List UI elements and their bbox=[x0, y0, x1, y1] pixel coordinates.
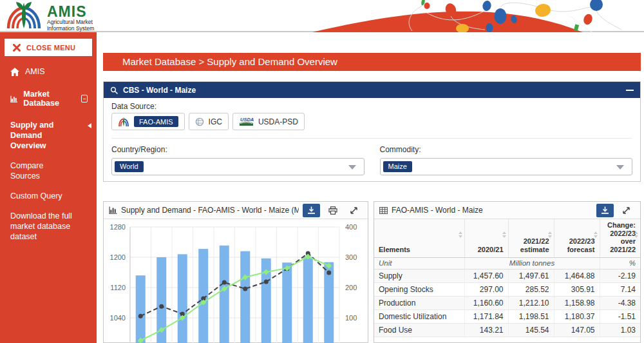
brand-text: AMIS Agricultural Market Information Sys… bbox=[47, 1, 94, 32]
chevron-down-icon bbox=[348, 165, 356, 170]
sidebar-item-amis[interactable]: AMIS bbox=[0, 67, 97, 76]
bar-chart-icon bbox=[10, 95, 17, 103]
table-icon bbox=[379, 207, 388, 214]
app-logo[interactable]: AMIS Agricultural Market Information Sys… bbox=[5, 1, 94, 32]
cell-value: 1,160.60 bbox=[464, 297, 508, 310]
svg-text:400: 400 bbox=[345, 223, 357, 231]
unit-row: Unit Million tonnes % bbox=[374, 258, 640, 270]
unit-value: Million tonnes bbox=[464, 258, 600, 270]
sidebar-item-market-database[interactable]: Market Database bbox=[0, 90, 97, 108]
unit-label: Unit bbox=[374, 258, 464, 270]
expand-button[interactable] bbox=[345, 204, 363, 217]
print-icon bbox=[328, 206, 337, 215]
search-icon bbox=[110, 86, 118, 94]
collapse-panel-icon[interactable] bbox=[626, 86, 634, 94]
brand-subtitle-line2: Information System bbox=[47, 26, 94, 32]
source-button-label: USDA-PSD bbox=[258, 117, 298, 126]
cell-value: 1,198.51 bbox=[508, 310, 554, 324]
filter-panel: CBS - World - Maize Data Source: FAO-AMI… bbox=[103, 81, 641, 182]
usda-logo-icon: USDA bbox=[239, 117, 254, 126]
cell-change: 1.03 bbox=[600, 324, 640, 337]
source-button-igc[interactable]: IGC bbox=[189, 113, 229, 130]
filter-panel-body: Data Source: FAO-AMIS IGC bbox=[104, 98, 640, 175]
expand-icon bbox=[622, 206, 630, 215]
column-header-2022-23-forecast[interactable]: 2022/23 forecast bbox=[554, 219, 600, 258]
column-header-change[interactable]: Change: 2022/23 over 2021/22 bbox=[600, 219, 640, 258]
cell-value: 1,457.60 bbox=[464, 270, 508, 283]
decorative-illustration bbox=[293, 0, 644, 32]
cell-element: Supply bbox=[374, 270, 464, 283]
download-button[interactable] bbox=[596, 204, 614, 217]
cell-element: Opening Stocks bbox=[374, 283, 464, 297]
cell-value: 1,171.84 bbox=[464, 310, 508, 324]
source-button-usda-psd[interactable]: USDA USDA-PSD bbox=[232, 113, 305, 130]
expand-icon bbox=[350, 206, 358, 215]
download-icon bbox=[307, 206, 316, 214]
top-header: AMIS Agricultural Market Information Sys… bbox=[0, 0, 644, 32]
svg-text:USDA: USDA bbox=[240, 117, 254, 122]
sidebar-item-compare-sources[interactable]: Compare Sources bbox=[0, 161, 97, 181]
close-menu-label: CLOSE MENU bbox=[26, 44, 75, 52]
commodity-group: Commodity: Maize bbox=[380, 145, 633, 175]
filter-panel-header: CBS - World - Maize bbox=[104, 82, 640, 98]
table-panel: FAO-AMIS - World - Maize Elements 2020/2… bbox=[374, 201, 641, 343]
sidebar-item-label: AMIS bbox=[25, 67, 45, 76]
commodity-value: Maize bbox=[383, 161, 412, 172]
country-region-select[interactable]: World bbox=[111, 158, 365, 175]
sidebar-item-custom-query[interactable]: Custom Query bbox=[0, 191, 97, 201]
amis-logo-icon bbox=[5, 1, 43, 30]
home-icon bbox=[10, 68, 19, 76]
expand-button[interactable] bbox=[618, 204, 635, 217]
table-row: Opening Stocks 297.00 285.52 305.91 7.14 bbox=[374, 283, 640, 297]
sidebar-item-supply-and-demand-overview[interactable]: Supply and Demand Overview bbox=[0, 120, 97, 151]
country-region-group: Country/Region: World bbox=[111, 145, 365, 175]
active-item-arrow-icon bbox=[88, 123, 91, 128]
filter-panel-title: CBS - World - Maize bbox=[123, 86, 196, 95]
sidebar-item-label: Download the full market database datase… bbox=[10, 211, 72, 241]
print-button[interactable] bbox=[324, 204, 341, 217]
svg-text:1280: 1280 bbox=[110, 223, 126, 231]
sidebar: CLOSE MENU AMIS Market Database Supply a… bbox=[0, 32, 97, 343]
sort-icon bbox=[594, 231, 598, 238]
svg-text:1120: 1120 bbox=[110, 284, 126, 291]
column-label: 2020/21 bbox=[478, 246, 504, 253]
cell-change: -4.38 bbox=[600, 297, 640, 310]
data-source-buttons: FAO-AMIS IGC USDA USDA-PSD bbox=[111, 113, 632, 130]
download-button[interactable] bbox=[303, 204, 320, 217]
column-header-elements[interactable]: Elements bbox=[374, 219, 464, 258]
column-header-2020-21[interactable]: 2020/21 bbox=[464, 219, 508, 258]
cell-value: 1,464.88 bbox=[554, 270, 600, 283]
close-icon bbox=[13, 44, 21, 52]
sort-icon bbox=[459, 231, 462, 238]
column-label: Elements bbox=[379, 246, 410, 253]
cell-value: 1,158.98 bbox=[554, 297, 600, 310]
sidebar-item-label: Supply and Demand Overview bbox=[10, 121, 53, 150]
chart-icon bbox=[109, 206, 117, 214]
sidebar-item-download-dataset[interactable]: Download the full market database datase… bbox=[0, 211, 97, 242]
source-button-label: IGC bbox=[209, 117, 222, 126]
cell-value: 1,497.61 bbox=[508, 270, 554, 283]
commodity-label: Commodity: bbox=[380, 145, 633, 154]
cell-value: 147.05 bbox=[554, 324, 600, 337]
sidebar-item-label: Compare Sources bbox=[10, 161, 43, 181]
svg-text:200: 200 bbox=[345, 284, 357, 291]
chart-panel-header: Supply and Demand - FAO-AMIS - World - M… bbox=[104, 202, 368, 219]
sidebar-item-label: Market Database bbox=[23, 90, 75, 108]
cell-value: 1,212.10 bbox=[508, 297, 554, 310]
sort-icon bbox=[634, 231, 638, 238]
download-icon bbox=[601, 206, 609, 214]
chart-panel: Supply and Demand - FAO-AMIS - World - M… bbox=[103, 201, 368, 343]
svg-text:1200: 1200 bbox=[110, 253, 126, 261]
table-row: Supply 1,457.60 1,497.61 1,464.88 -2.19 bbox=[374, 270, 640, 283]
close-menu-button[interactable]: CLOSE MENU bbox=[5, 39, 92, 56]
cell-element: Production bbox=[374, 297, 464, 310]
source-button-fao-amis[interactable]: FAO-AMIS bbox=[111, 113, 185, 130]
column-header-2021-22-estimate[interactable]: 2021/22 estimate bbox=[508, 219, 554, 258]
chevron-down-icon bbox=[616, 165, 624, 170]
column-label: 2021/22 estimate bbox=[520, 237, 549, 253]
column-label: Change: 2022/23 over 2021/22 bbox=[607, 221, 636, 253]
commodity-select[interactable]: Maize bbox=[380, 158, 633, 175]
cell-element: Food Use bbox=[374, 324, 464, 337]
sidebar-item-label: Custom Query bbox=[10, 191, 62, 201]
collapse-section-icon[interactable] bbox=[81, 95, 88, 103]
